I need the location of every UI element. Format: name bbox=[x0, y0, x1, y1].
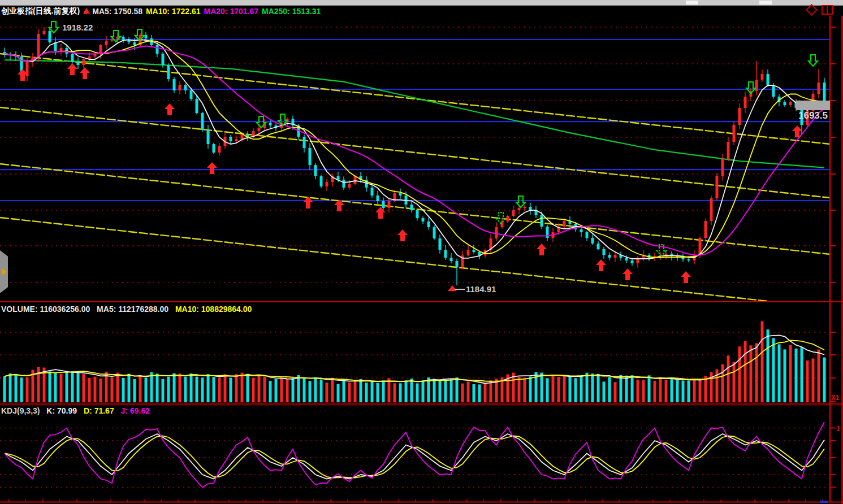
ma250-line bbox=[5, 60, 824, 168]
volume-bars bbox=[3, 321, 826, 402]
last-price-marker bbox=[796, 101, 830, 110]
buy-arrow-icon bbox=[537, 244, 547, 255]
sell-arrow-icon bbox=[516, 196, 525, 207]
low-point-triangle-icon bbox=[448, 285, 457, 291]
high-price-label: 1918.22 bbox=[62, 23, 93, 32]
buy-arrow-icon bbox=[375, 207, 386, 219]
volume-unit-label: X1 bbox=[831, 394, 840, 402]
trendlines bbox=[0, 54, 830, 301]
chart-plot-area[interactable] bbox=[0, 0, 843, 504]
buy-arrow-icon bbox=[622, 268, 633, 280]
volume-readout: VOLUME: 116036256.00 bbox=[1, 305, 90, 314]
kdj-name: KDJ(9,3,3) bbox=[1, 406, 40, 415]
main-gridlines bbox=[0, 27, 830, 283]
buy-arrow-icon bbox=[681, 271, 691, 283]
volume-ma10-readout: MA10: 108829864.00 bbox=[175, 305, 252, 314]
scrollbar-fragment bbox=[820, 501, 828, 503]
kdj-lines bbox=[5, 422, 824, 488]
sidebar-expand-handle[interactable] bbox=[0, 250, 8, 293]
kdj-header: KDJ(9,3,3) K: 70.99 D: 71.67 J: 69.62 bbox=[1, 406, 150, 415]
buy-arrow-icon bbox=[67, 63, 77, 75]
price-ma-lines bbox=[5, 40, 824, 259]
buy-arrow-icon bbox=[207, 162, 217, 174]
kdj-d-readout: D: 71.67 bbox=[84, 406, 114, 415]
sell-arrow-icon bbox=[809, 55, 818, 66]
kdj-axis-label: 1 bbox=[836, 424, 840, 433]
signal-arrows bbox=[18, 21, 818, 291]
buy-arrow-icon bbox=[397, 229, 408, 241]
stock-chart-window: { "colors":{ "up":"#ff2222","down":"#00e… bbox=[0, 0, 843, 504]
buy-arrow-icon bbox=[80, 67, 90, 79]
kdj-k-readout: K: 70.99 bbox=[46, 406, 77, 415]
volume-header: VOLUME: 116036256.00 MA5: 112176288.00 M… bbox=[1, 305, 252, 314]
buy-arrow-icon bbox=[596, 259, 606, 271]
last-price-label: 1693.5 bbox=[798, 110, 828, 121]
expand-arrow-icon bbox=[2, 268, 7, 275]
kdj-j-readout: J: 69.62 bbox=[121, 406, 150, 415]
low-price-label: 1184.91 bbox=[466, 284, 496, 294]
volume-gridlines bbox=[0, 332, 830, 378]
buy-arrow-icon bbox=[165, 103, 175, 115]
volume-ma5-readout: MA5: 112176288.00 bbox=[97, 305, 168, 314]
